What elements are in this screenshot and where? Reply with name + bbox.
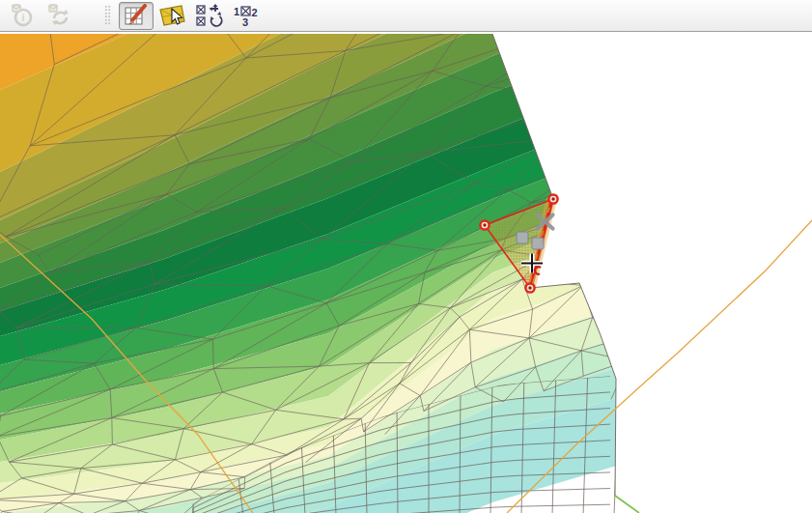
- digit-2: 2: [251, 7, 257, 18]
- swap-edge-button[interactable]: [192, 2, 227, 30]
- renumber-123-icon: 1 2 3: [232, 3, 261, 28]
- mesh-canvas[interactable]: [0, 0, 812, 513]
- digit-3: 3: [242, 16, 248, 28]
- app-window: i: [0, 0, 812, 513]
- edit-mesh-button[interactable]: [119, 2, 154, 30]
- selected-node-marker-2[interactable]: [480, 220, 489, 229]
- renumber-button[interactable]: 1 2 3: [229, 2, 264, 30]
- select-patch-button[interactable]: [155, 2, 190, 30]
- digit-1: 1: [234, 6, 239, 17]
- mesh-pencil-icon: [124, 4, 149, 27]
- selected-node-marker-3[interactable]: [525, 283, 534, 292]
- checkbox-swap-icon: [195, 3, 224, 28]
- toolbar: i: [0, 0, 812, 32]
- drag-handle-1[interactable]: [517, 232, 528, 243]
- cube-info-icon: i: [10, 3, 37, 28]
- node-refresh-button[interactable]: [42, 2, 77, 30]
- svg-text:i: i: [21, 12, 24, 23]
- mesh-cursor-icon: [158, 3, 187, 28]
- cube-refresh-icon: [46, 3, 73, 28]
- toolbar-grip[interactable]: [104, 5, 111, 26]
- node-info-button[interactable]: i: [6, 2, 41, 30]
- selected-node-marker-1[interactable]: [548, 194, 557, 203]
- drag-handle-2[interactable]: [532, 238, 544, 249]
